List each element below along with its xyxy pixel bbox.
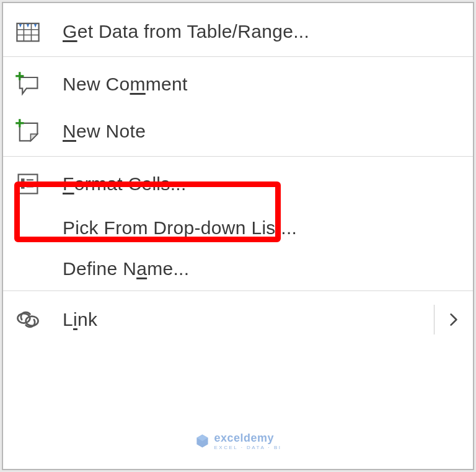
menu-label: Format Cells... <box>63 173 462 194</box>
menu-item-get-data[interactable]: Get Data from Table/Range... <box>3 8 473 55</box>
menu-item-pick-dropdown[interactable]: Pick From Drop-down List... <box>3 208 473 248</box>
svg-rect-14 <box>21 185 25 189</box>
menu-label: New Comment <box>63 74 462 95</box>
svg-rect-12 <box>19 175 38 194</box>
submenu-chevron-icon <box>434 305 462 334</box>
watermark-main-text: exceldemy <box>214 432 281 445</box>
menu-item-link[interactable]: Link <box>3 291 473 344</box>
menu-label: Link <box>63 309 421 330</box>
menu-label: New Note <box>63 121 462 142</box>
note-icon <box>14 118 63 145</box>
menu-item-new-note[interactable]: New Note <box>3 108 473 155</box>
context-menu: Get Data from Table/Range... New Comment <box>2 2 474 470</box>
menu-label: Define Name... <box>63 258 462 279</box>
menu-item-format-cells[interactable]: Format Cells... <box>3 156 473 208</box>
menu-item-new-comment[interactable]: New Comment <box>3 56 473 108</box>
link-icon <box>14 306 63 333</box>
watermark-sub-text: EXCEL · DATA · BI <box>214 445 281 450</box>
table-range-icon <box>14 18 63 45</box>
watermark-logo-icon <box>194 433 210 449</box>
svg-rect-13 <box>21 178 25 182</box>
format-cells-icon <box>14 170 63 198</box>
comment-icon <box>14 71 63 98</box>
menu-item-define-name[interactable]: Define Name... <box>3 248 473 289</box>
watermark: exceldemy EXCEL · DATA · BI <box>194 432 281 450</box>
menu-label: Pick From Drop-down List... <box>63 217 462 238</box>
menu-label: Get Data from Table/Range... <box>63 21 462 42</box>
